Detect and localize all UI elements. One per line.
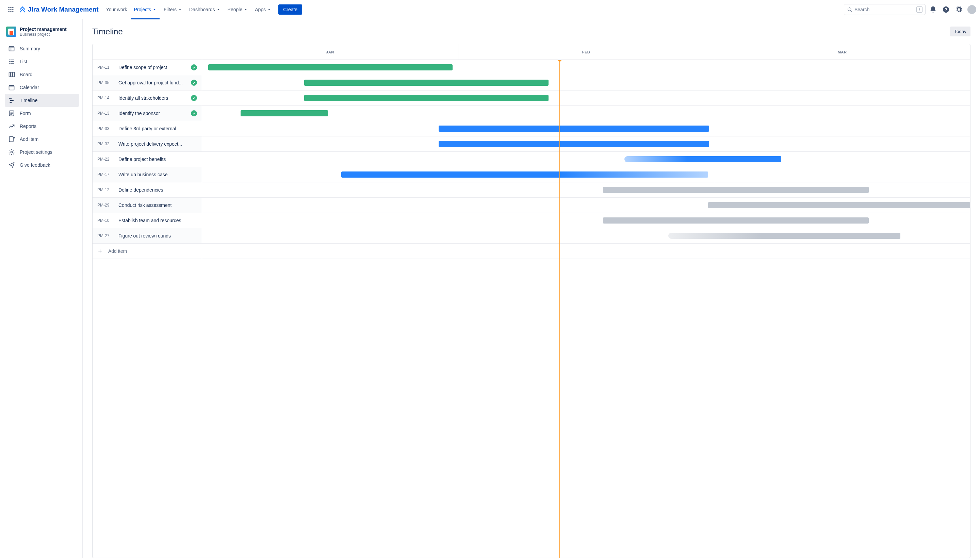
row-right bbox=[202, 167, 970, 182]
row-right bbox=[202, 152, 970, 167]
svg-point-6 bbox=[8, 11, 10, 12]
timeline-row[interactable]: PM-13 Identify the sponsor bbox=[92, 106, 970, 121]
product-logo[interactable]: Jira Work Management bbox=[19, 6, 98, 13]
sidebar-item-timeline[interactable]: Timeline bbox=[5, 94, 79, 107]
issue-title[interactable]: Conduct risk assessment bbox=[118, 202, 197, 208]
timeline-row[interactable]: PM-14 Identify all stakeholders bbox=[92, 90, 970, 106]
svg-point-21 bbox=[9, 63, 10, 64]
search-box[interactable]: / bbox=[844, 4, 926, 15]
issue-title[interactable]: Establish team and resources bbox=[118, 218, 197, 223]
month-header: JAN bbox=[202, 44, 458, 59]
svg-rect-25 bbox=[9, 85, 14, 90]
form-icon bbox=[8, 110, 15, 117]
svg-point-2 bbox=[12, 7, 13, 8]
issue-key[interactable]: PM-14 bbox=[97, 95, 113, 100]
gantt-bar[interactable] bbox=[603, 217, 869, 223]
gantt-bar[interactable] bbox=[341, 171, 708, 177]
timeline-row[interactable]: PM-29 Conduct risk assessment bbox=[92, 198, 970, 213]
month-header: MAR bbox=[714, 44, 970, 59]
gantt-bar[interactable] bbox=[208, 64, 453, 71]
timeline-row[interactable]: PM-11 Define scope of project bbox=[92, 60, 970, 75]
timeline-row[interactable]: PM-35 Get approval for project fund... bbox=[92, 75, 970, 90]
timeline-row[interactable]: PM-22 Define project benefits bbox=[92, 152, 970, 167]
issue-title[interactable]: Identify all stakeholders bbox=[118, 95, 185, 101]
notifications-icon[interactable] bbox=[927, 4, 939, 15]
svg-rect-36 bbox=[9, 137, 13, 142]
project-icon bbox=[6, 26, 16, 37]
issue-key[interactable]: PM-22 bbox=[97, 157, 113, 162]
issue-title[interactable]: Get approval for project fund... bbox=[118, 80, 185, 85]
issue-title[interactable]: Define dependencies bbox=[118, 187, 197, 192]
gantt-bar[interactable] bbox=[624, 156, 781, 162]
row-right bbox=[202, 182, 970, 197]
timeline-row[interactable]: PM-32 Write project delivery expect... bbox=[92, 136, 970, 152]
create-button[interactable]: Create bbox=[278, 5, 302, 15]
feedback-icon bbox=[8, 162, 15, 168]
sidebar-item-project-settings[interactable]: Project settings bbox=[5, 146, 79, 159]
today-button[interactable]: Today bbox=[950, 26, 970, 36]
issue-title[interactable]: Figure out review rounds bbox=[118, 233, 197, 238]
help-icon[interactable]: ? bbox=[941, 4, 951, 15]
nav-item-projects[interactable]: Projects bbox=[131, 5, 159, 14]
issue-title[interactable]: Define 3rd party or external bbox=[118, 126, 197, 131]
sidebar-item-reports[interactable]: Reports bbox=[5, 120, 79, 133]
settings-icon[interactable] bbox=[954, 4, 964, 15]
sidebar-item-label: List bbox=[20, 59, 27, 64]
timeline-row[interactable]: PM-10 Establish team and resources bbox=[92, 213, 970, 228]
issue-title[interactable]: Define scope of project bbox=[118, 65, 185, 70]
issue-key[interactable]: PM-29 bbox=[97, 203, 113, 208]
sidebar-item-give-feedback[interactable]: Give feedback bbox=[5, 159, 79, 171]
profile-avatar[interactable] bbox=[966, 4, 977, 15]
svg-point-1 bbox=[10, 7, 11, 8]
issue-key[interactable]: PM-35 bbox=[97, 80, 113, 85]
search-input[interactable] bbox=[852, 7, 916, 12]
timeline-row[interactable]: PM-33 Define 3rd party or external bbox=[92, 121, 970, 136]
chevron-down-icon bbox=[152, 7, 157, 12]
sidebar-item-form[interactable]: Form bbox=[5, 107, 79, 120]
issue-title[interactable]: Identify the sponsor bbox=[118, 111, 185, 116]
svg-point-19 bbox=[9, 59, 10, 61]
issue-title[interactable]: Define project benefits bbox=[118, 156, 197, 162]
plus-icon bbox=[97, 248, 103, 254]
gantt-bar[interactable] bbox=[603, 187, 869, 193]
issue-key[interactable]: PM-13 bbox=[97, 111, 113, 116]
issue-key[interactable]: PM-27 bbox=[97, 233, 113, 238]
timeline-row[interactable]: PM-27 Figure out review rounds bbox=[92, 228, 970, 244]
gantt-bar[interactable] bbox=[668, 233, 900, 239]
issue-key[interactable]: PM-32 bbox=[97, 141, 113, 146]
sidebar-item-summary[interactable]: Summary bbox=[5, 42, 79, 55]
timeline-row[interactable]: PM-12 Define dependencies bbox=[92, 182, 970, 198]
gantt-bar[interactable] bbox=[304, 80, 548, 86]
gantt-bar[interactable] bbox=[241, 110, 328, 117]
nav-item-apps[interactable]: Apps bbox=[252, 5, 274, 14]
issue-key[interactable]: PM-10 bbox=[97, 218, 113, 223]
status-done-icon bbox=[191, 64, 197, 71]
nav-item-people[interactable]: People bbox=[225, 5, 251, 14]
issue-key[interactable]: PM-17 bbox=[97, 172, 113, 177]
svg-point-7 bbox=[10, 11, 11, 12]
sidebar-item-calendar[interactable]: Calendar bbox=[5, 81, 79, 94]
gantt-bar[interactable] bbox=[438, 126, 709, 132]
project-header[interactable]: Project management Business project bbox=[5, 26, 79, 37]
row-right bbox=[202, 106, 970, 121]
sidebar-item-board[interactable]: Board bbox=[5, 68, 79, 81]
sidebar-item-list[interactable]: List bbox=[5, 55, 79, 68]
row-left: PM-17 Write up business case bbox=[92, 167, 202, 182]
issue-key[interactable]: PM-33 bbox=[97, 126, 113, 131]
add-item-row[interactable]: Add item bbox=[92, 244, 970, 259]
timeline-row[interactable]: PM-17 Write up business case bbox=[92, 167, 970, 182]
issue-key[interactable]: PM-11 bbox=[97, 65, 113, 70]
app-switcher-icon[interactable] bbox=[5, 4, 16, 15]
nav-item-your-work[interactable]: Your work bbox=[103, 5, 130, 14]
gantt-bar[interactable] bbox=[304, 95, 548, 101]
gantt-bar[interactable] bbox=[708, 202, 970, 208]
issue-title[interactable]: Write up business case bbox=[118, 172, 197, 177]
issue-title[interactable]: Write project delivery expect... bbox=[118, 141, 197, 147]
nav-item-filters[interactable]: Filters bbox=[161, 5, 185, 14]
gantt-bar[interactable] bbox=[438, 141, 709, 147]
nav-item-dashboards[interactable]: Dashboards bbox=[187, 5, 223, 14]
sidebar-item-add-item[interactable]: Add item bbox=[5, 133, 79, 146]
row-left: PM-29 Conduct risk assessment bbox=[92, 198, 202, 213]
timeline-container: JANFEBMAR PM-11 Define scope of project … bbox=[92, 44, 970, 558]
issue-key[interactable]: PM-12 bbox=[97, 187, 113, 192]
